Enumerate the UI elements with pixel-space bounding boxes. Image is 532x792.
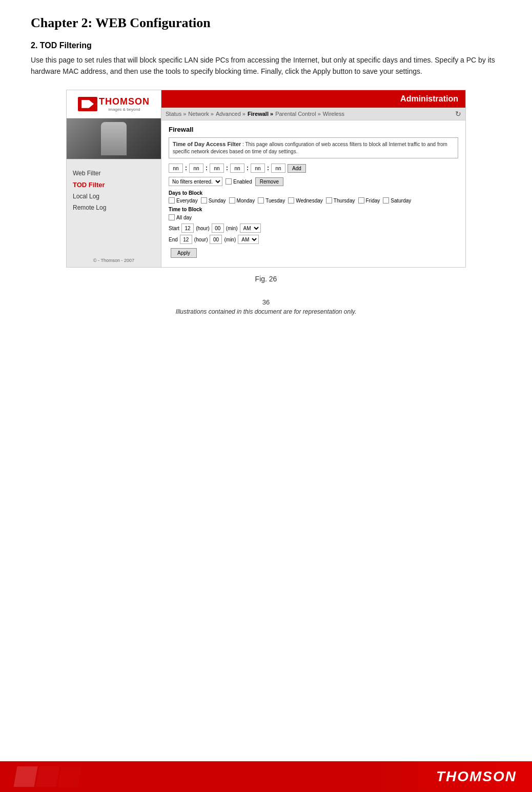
add-button[interactable]: Add xyxy=(288,164,306,173)
mac-field-6[interactable] xyxy=(271,164,285,173)
footer-disclaimer: Illustrations contained in this document… xyxy=(31,308,501,315)
screenshot-main: Administration Status » Network » Advanc… xyxy=(161,90,465,267)
mac-address-row: : : : : : Add xyxy=(169,164,458,173)
page-number: 36 xyxy=(31,298,501,306)
end-hour-input[interactable] xyxy=(180,235,192,244)
colon-4: : xyxy=(247,165,249,172)
sidebar-item-local-log[interactable]: Local Log xyxy=(73,191,155,202)
footer-shape-1 xyxy=(13,766,37,787)
sunday-label: Sunday xyxy=(209,198,226,204)
bottom-footer-bar: THOMSON xyxy=(0,761,532,792)
end-time-row: End (hour) (min) AM PM xyxy=(169,235,458,244)
colon-2: : xyxy=(206,165,208,172)
start-hour-label: (hour) xyxy=(196,226,210,231)
everyday-checkbox[interactable] xyxy=(169,197,175,204)
logo-sub: images & beyond xyxy=(99,107,150,112)
all-day-label: All day xyxy=(169,214,458,220)
apply-button[interactable]: Apply xyxy=(171,248,197,258)
days-grid: Everyday Sunday Monday xyxy=(169,197,458,204)
nav-advanced[interactable]: Advanced » xyxy=(216,111,245,117)
end-label: End xyxy=(169,237,178,242)
wednesday-checkbox[interactable] xyxy=(288,197,294,204)
thomson-logo: THOMSON images & beyond xyxy=(78,96,150,112)
section-title: 2. TOD Filtering xyxy=(31,41,501,50)
tod-description-box: Time of Day Access Filter : This page al… xyxy=(169,137,458,158)
nav-bar: Status » Network » Advanced » Firewall »… xyxy=(161,108,465,120)
all-day-text: All day xyxy=(176,215,192,220)
colon-1: : xyxy=(185,165,187,172)
day-thursday: Thursday xyxy=(326,197,355,204)
firewall-title: Firewall xyxy=(169,126,458,133)
filter-row: No filters entered. Enabled Remove xyxy=(169,177,458,186)
day-friday: Friday xyxy=(358,197,380,204)
screenshot-container: THOMSON images & beyond Web Filter TOD F… xyxy=(31,90,501,268)
nav-wireless[interactable]: Wireless xyxy=(323,111,344,117)
monday-label: Monday xyxy=(237,198,255,204)
tuesday-checkbox[interactable] xyxy=(258,197,264,204)
days-to-block-label: Days to Block xyxy=(169,190,458,196)
sunday-checkbox[interactable] xyxy=(201,197,207,204)
remove-button[interactable]: Remove xyxy=(255,177,283,186)
nav-status[interactable]: Status » xyxy=(166,111,186,117)
nav-parental[interactable]: Parental Control » xyxy=(275,111,321,117)
admin-header-bar: Administration xyxy=(161,90,465,108)
enabled-text: Enabled xyxy=(233,179,252,185)
end-min-input[interactable] xyxy=(210,235,222,244)
mac-field-5[interactable] xyxy=(251,164,265,173)
tod-section-label: Time of Day Access Filter xyxy=(173,141,241,147)
logo-box xyxy=(78,97,97,111)
all-day-checkbox[interactable] xyxy=(169,214,175,220)
portrait-image xyxy=(67,118,161,159)
copyright-text: © - Thomson - 2007 xyxy=(89,254,138,267)
start-min-input[interactable] xyxy=(212,224,224,233)
saturday-label: Saturday xyxy=(391,198,411,204)
start-min-label: (min) xyxy=(226,226,238,231)
monday-checkbox[interactable] xyxy=(229,197,235,204)
saturday-checkbox[interactable] xyxy=(383,197,389,204)
day-wednesday: Wednesday xyxy=(288,197,323,204)
mac-field-1[interactable] xyxy=(169,164,183,173)
thursday-checkbox[interactable] xyxy=(326,197,332,204)
thursday-label: Thursday xyxy=(334,198,355,204)
wednesday-label: Wednesday xyxy=(296,198,323,204)
enabled-label: Enabled xyxy=(226,178,252,185)
time-to-block-label: Time to Block xyxy=(169,207,458,212)
filter-dropdown[interactable]: No filters entered. xyxy=(169,177,222,186)
mac-field-4[interactable] xyxy=(230,164,244,173)
sidebar-item-tod-filter[interactable]: TOD Filter xyxy=(73,179,155,191)
colon-5: : xyxy=(267,165,269,172)
sidebar-item-web-filter[interactable]: Web Filter xyxy=(73,168,155,179)
friday-checkbox[interactable] xyxy=(358,197,364,204)
days-to-block-section: Days to Block Everyday Sunday xyxy=(169,190,458,204)
nav-network[interactable]: Network » xyxy=(188,111,214,117)
mac-field-2[interactable] xyxy=(189,164,203,173)
footer-decorative-left xyxy=(15,766,80,787)
mac-field-3[interactable] xyxy=(210,164,224,173)
end-min-label: (min) xyxy=(224,237,236,242)
logo-text: THOMSON xyxy=(99,96,150,107)
friday-label: Friday xyxy=(366,198,380,204)
start-ampm-select[interactable]: AM PM xyxy=(240,224,261,233)
footer-shape-2 xyxy=(35,766,59,787)
day-monday: Monday xyxy=(229,197,255,204)
footer-page-info: 36 Illustrations contained in this docum… xyxy=(31,298,501,315)
everyday-label: Everyday xyxy=(176,198,198,204)
time-to-block-section: Time to Block All day Start (hour) (min) xyxy=(169,207,458,258)
nav-firewall[interactable]: Firewall » xyxy=(248,111,273,117)
day-saturday: Saturday xyxy=(383,197,411,204)
start-label: Start xyxy=(169,226,179,231)
tuesday-label: Tuesday xyxy=(265,198,285,204)
end-hour-label: (hour) xyxy=(194,237,208,242)
footer-thomson-logo: THOMSON xyxy=(436,768,517,785)
enabled-checkbox[interactable] xyxy=(226,178,232,185)
end-ampm-select[interactable]: AM PM xyxy=(238,235,259,244)
apply-btn-wrapper: Apply xyxy=(169,246,458,258)
screenshot-sidebar: THOMSON images & beyond Web Filter TOD F… xyxy=(67,90,161,267)
main-body: Firewall Time of Day Access Filter : Thi… xyxy=(161,120,465,267)
logo-shape xyxy=(81,100,94,108)
day-sunday: Sunday xyxy=(201,197,226,204)
day-everyday: Everyday xyxy=(169,197,198,204)
start-hour-input[interactable] xyxy=(181,224,194,233)
day-tuesday: Tuesday xyxy=(258,197,285,204)
sidebar-item-remote-log[interactable]: Remote Log xyxy=(73,202,155,213)
